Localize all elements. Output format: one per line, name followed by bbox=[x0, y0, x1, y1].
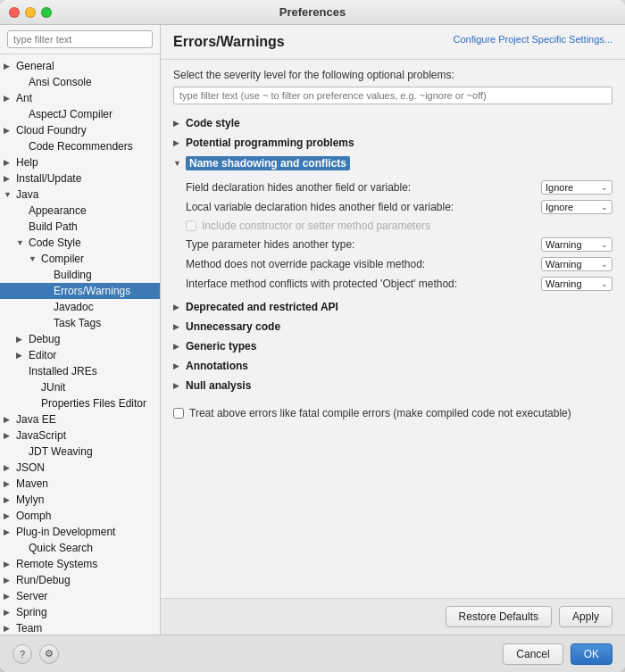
sidebar-item-label: Building bbox=[54, 269, 92, 281]
sidebar-item-ant[interactable]: ▶Ant bbox=[0, 90, 160, 106]
sidebar-item-compiler[interactable]: ▼Compiler bbox=[0, 251, 160, 267]
sidebar-item-installed-jres[interactable]: Installed JREs bbox=[0, 363, 160, 379]
apply-button[interactable]: Apply bbox=[559, 606, 612, 627]
dropdown-field-declaration[interactable]: Ignore⌄ bbox=[541, 180, 612, 195]
sidebar-item-plug-in-development[interactable]: ▶Plug-in Development bbox=[0, 524, 160, 540]
sidebar-item-label: Ansi Console bbox=[29, 76, 92, 88]
section-header-null-analysis[interactable]: ▶Null analysis bbox=[173, 376, 612, 395]
dropdown-local-variable[interactable]: Ignore⌄ bbox=[541, 200, 612, 214]
sidebar-item-label: Team bbox=[16, 622, 42, 635]
sidebar-item-label: Run/Debug bbox=[16, 574, 71, 586]
title-bar: Preferences bbox=[0, 0, 625, 25]
sidebar-item-label: Debug bbox=[29, 333, 60, 345]
section-label: Potential programming problems bbox=[186, 137, 354, 149]
cancel-button[interactable]: Cancel bbox=[503, 643, 562, 665]
sidebar-item-editor[interactable]: ▶Editor bbox=[0, 347, 160, 363]
gear-icon: ⚙ bbox=[45, 648, 54, 660]
sidebar-item-task-tags[interactable]: Task Tags bbox=[0, 315, 160, 331]
settings-icon-button[interactable]: ⚙ bbox=[39, 644, 59, 664]
tree-arrow-icon: ▶ bbox=[4, 511, 16, 520]
dropdown-type-parameter[interactable]: Warning⌄ bbox=[541, 237, 612, 252]
footer-right: Cancel OK bbox=[503, 643, 612, 665]
sidebar-item-label: Mylyn bbox=[16, 494, 44, 506]
section-deprecated-api: ▶Deprecated and restricted API bbox=[173, 297, 612, 317]
setting-local-variable: Local variable declaration hides another… bbox=[186, 197, 612, 217]
window-body: ▶GeneralAnsi Console▶AntAspectJ Compiler… bbox=[0, 25, 625, 635]
sidebar-item-javascript[interactable]: ▶JavaScript bbox=[0, 427, 160, 444]
section-annotations: ▶Annotations bbox=[173, 356, 612, 376]
dropdown-value-method-override: Warning bbox=[546, 259, 582, 270]
restore-defaults-button[interactable]: Restore Defaults bbox=[446, 606, 552, 627]
sidebar-filter-input[interactable] bbox=[7, 30, 153, 48]
fatal-errors-checkbox[interactable] bbox=[173, 408, 184, 419]
sidebar-item-json[interactable]: ▶JSON bbox=[0, 460, 160, 476]
sidebar-item-cloud-foundry[interactable]: ▶Cloud Foundry bbox=[0, 122, 160, 138]
sidebar-item-general[interactable]: ▶General bbox=[0, 58, 160, 74]
sidebar-item-install-update[interactable]: ▶Install/Update bbox=[0, 170, 160, 187]
section-header-potential-programming[interactable]: ▶Potential programming problems bbox=[173, 133, 612, 153]
sidebar-item-maven[interactable]: ▶Maven bbox=[0, 476, 160, 492]
sidebar-item-appearance[interactable]: Appearance bbox=[0, 203, 160, 219]
sidebar-item-oomph[interactable]: ▶Oomph bbox=[0, 508, 160, 524]
sidebar-item-mylyn[interactable]: ▶Mylyn bbox=[0, 492, 160, 508]
sidebar-item-properties-file-editor[interactable]: Properties Files Editor bbox=[0, 395, 160, 411]
sidebar-item-aspectj[interactable]: AspectJ Compiler bbox=[0, 106, 160, 122]
tree-arrow-icon: ▶ bbox=[4, 463, 16, 472]
section-header-unnecessary-code[interactable]: ▶Unnecessary code bbox=[173, 317, 612, 336]
sidebar-item-java[interactable]: ▼Java bbox=[0, 187, 160, 203]
sidebar-item-remote-systems[interactable]: ▶Remote Systems bbox=[0, 556, 160, 572]
sidebar-item-ansi-console[interactable]: Ansi Console bbox=[0, 74, 160, 90]
sidebar-item-code-recommenders[interactable]: Code Recommenders bbox=[0, 138, 160, 154]
maximize-button[interactable] bbox=[41, 7, 52, 18]
sidebar-item-code-style[interactable]: ▼Code Style bbox=[0, 235, 160, 251]
dropdown-interface-method[interactable]: Warning⌄ bbox=[541, 277, 612, 291]
section-header-code-style[interactable]: ▶Code style bbox=[173, 113, 612, 133]
section-arrow-icon: ▼ bbox=[173, 159, 186, 168]
configure-project-link[interactable]: Configure Project Specific Settings... bbox=[453, 34, 612, 45]
content-filter-input[interactable] bbox=[173, 87, 612, 104]
sidebar-item-jdt-weaving[interactable]: JDT Weaving bbox=[0, 444, 160, 460]
sidebar-item-run-debug[interactable]: ▶Run/Debug bbox=[0, 572, 160, 588]
sidebar-item-help[interactable]: ▶Help bbox=[0, 154, 160, 170]
sidebar-item-team[interactable]: ▶Team bbox=[0, 620, 160, 635]
section-header-deprecated-api[interactable]: ▶Deprecated and restricted API bbox=[173, 297, 612, 317]
sidebar-item-spring[interactable]: ▶Spring bbox=[0, 604, 160, 620]
help-button[interactable]: ? bbox=[12, 644, 32, 664]
checkbox-label-include-constructor: Include constructor or setter method par… bbox=[202, 220, 430, 232]
sidebar-item-build-path[interactable]: Build Path bbox=[0, 219, 160, 235]
chevron-down-icon: ⌄ bbox=[601, 183, 608, 192]
sidebar-item-java-ee[interactable]: ▶Java EE bbox=[0, 411, 160, 427]
severity-description: Select the severity level for the follow… bbox=[173, 69, 612, 81]
minimize-button[interactable] bbox=[25, 7, 36, 18]
sidebar-item-label: Ant bbox=[16, 92, 32, 104]
sidebar-item-quick-search[interactable]: Quick Search bbox=[0, 540, 160, 556]
section-label: Unnecessary code bbox=[186, 320, 280, 333]
dropdown-method-override[interactable]: Warning⌄ bbox=[541, 257, 612, 271]
sidebar-item-label: JDT Weaving bbox=[29, 445, 93, 458]
section-potential-programming: ▶Potential programming problems bbox=[173, 133, 612, 153]
close-button[interactable] bbox=[9, 7, 20, 18]
section-header-generic-types[interactable]: ▶Generic types bbox=[173, 336, 612, 356]
setting-label-method-override: Method does not override package visible… bbox=[186, 258, 541, 270]
tree-arrow-icon: ▶ bbox=[16, 335, 29, 344]
sidebar-item-label: Javadoc bbox=[54, 301, 94, 313]
sidebar-item-label: Java bbox=[16, 188, 38, 201]
preferences-window: Preferences ▶GeneralAnsi Console▶AntAspe… bbox=[0, 0, 625, 672]
sidebar-item-junit[interactable]: JUnit bbox=[0, 379, 160, 395]
sidebar-item-server[interactable]: ▶Server bbox=[0, 588, 160, 604]
sidebar-item-label: Plug-in Development bbox=[16, 526, 115, 538]
sidebar-item-javadoc[interactable]: Javadoc bbox=[0, 299, 160, 315]
ok-button[interactable]: OK bbox=[571, 643, 612, 665]
sidebar-item-label: General bbox=[16, 60, 54, 72]
section-header-name-shadowing[interactable]: ▼Name shadowing and conflicts bbox=[173, 153, 612, 174]
section-generic-types: ▶Generic types bbox=[173, 336, 612, 356]
sidebar-item-errors-warnings[interactable]: Errors/Warnings bbox=[0, 283, 160, 299]
section-label: Deprecated and restricted API bbox=[186, 301, 338, 313]
sidebar-item-label: Properties Files Editor bbox=[41, 397, 146, 410]
sidebar-item-debug[interactable]: ▶Debug bbox=[0, 331, 160, 347]
section-header-annotations[interactable]: ▶Annotations bbox=[173, 356, 612, 376]
footer-left: ? ⚙ bbox=[12, 644, 59, 664]
chevron-down-icon: ⌄ bbox=[601, 279, 608, 288]
tree-arrow-icon: ▶ bbox=[4, 158, 16, 167]
sidebar-item-building[interactable]: Building bbox=[0, 267, 160, 283]
